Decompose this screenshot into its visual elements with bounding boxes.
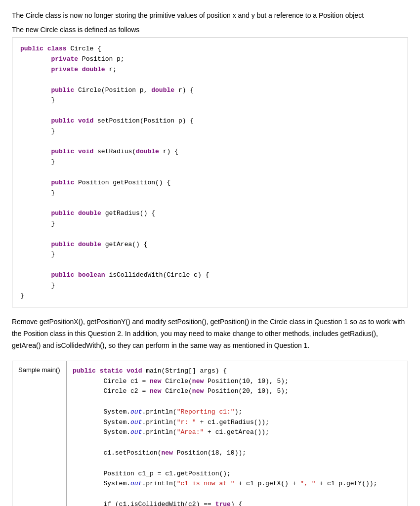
remove-text: Remove getPositionX(), getPositionY() an…: [12, 316, 408, 351]
circle-class-code: public class Circle { private Position p…: [12, 38, 408, 307]
sample-label: Sample main(): [12, 361, 67, 506]
sample-main-code: public static void main(String[] args) {…: [67, 361, 408, 506]
sample-main-table: Sample main() public static void main(St…: [12, 361, 408, 506]
intro-line2: The new Circle class is defined as follo…: [12, 26, 408, 34]
intro-line1: The Circle class is now no longer storin…: [12, 10, 408, 21]
